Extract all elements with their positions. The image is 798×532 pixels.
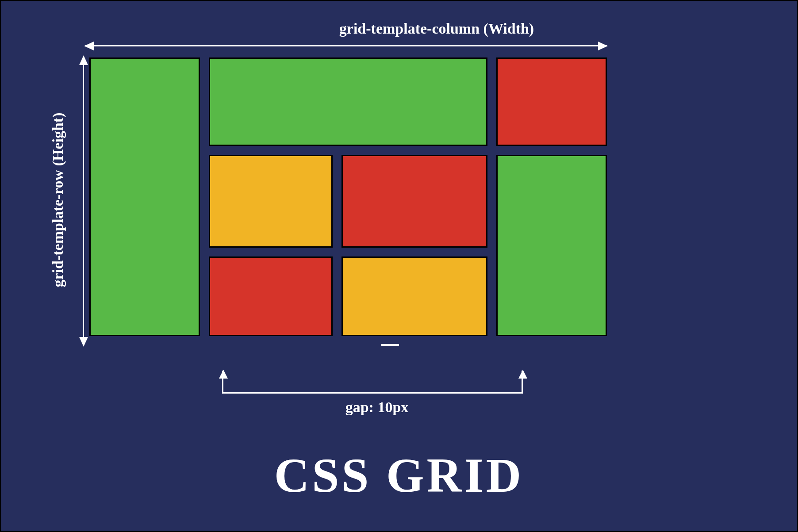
grid-cell-a xyxy=(89,57,200,336)
gap-bracket xyxy=(222,371,523,394)
grid-cell-e xyxy=(341,155,487,248)
gap-label: gap: 10px xyxy=(222,399,532,416)
diagram-title: CSS GRID xyxy=(1,448,797,504)
column-width-arrow xyxy=(85,45,607,46)
column-axis-label: grid-template-column (Width) xyxy=(260,20,614,37)
grid-cell-c xyxy=(496,57,607,146)
grid-cell-d xyxy=(209,155,333,248)
grid-cell-g xyxy=(209,256,333,336)
row-height-arrow xyxy=(83,56,84,346)
grid-cell-b xyxy=(209,57,487,146)
row-axis-label: grid-template-row (Height) xyxy=(50,58,66,341)
grid-cell-h xyxy=(341,256,487,336)
gap-tick-mark xyxy=(381,344,399,346)
grid-cell-f xyxy=(496,155,607,336)
grid-demo xyxy=(89,57,605,345)
